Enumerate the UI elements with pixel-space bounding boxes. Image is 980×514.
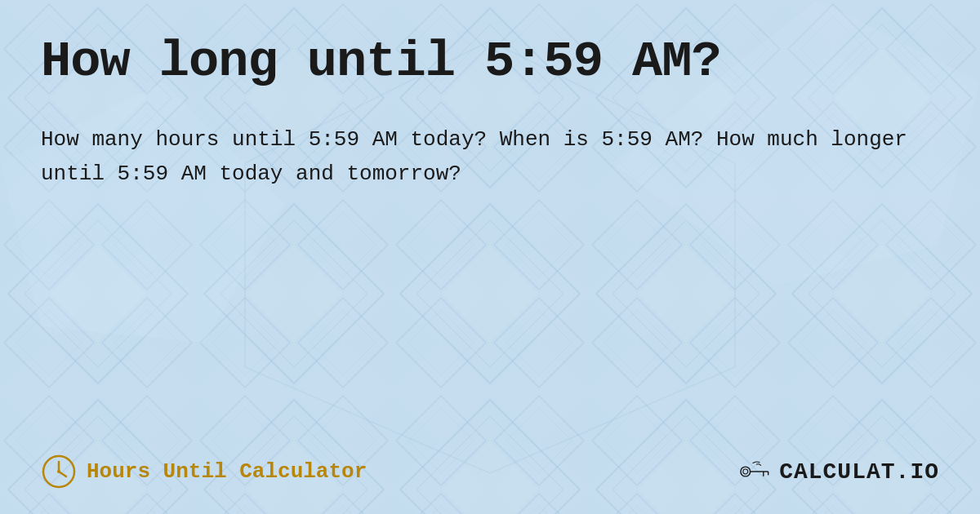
page-description: How many hours until 5:59 AM today? When…: [41, 123, 939, 191]
page-title: How long until 5:59 AM?: [41, 33, 939, 91]
